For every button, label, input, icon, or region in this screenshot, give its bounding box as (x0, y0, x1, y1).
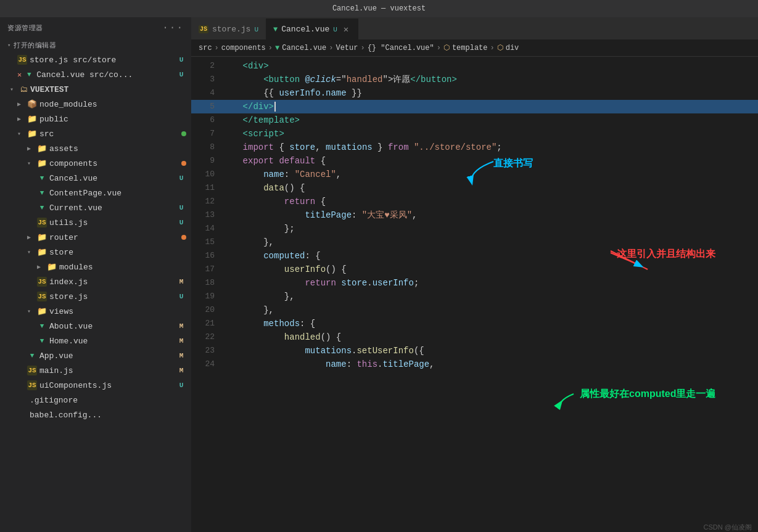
open-editors-title[interactable]: ▾ 打开的编辑器 (0, 38, 191, 52)
current-vue-name: Current.vue (49, 203, 174, 213)
tree-router[interactable]: ▶ 📁 router (0, 230, 191, 245)
tree-components[interactable]: ▾ 📁 components (0, 156, 191, 171)
code-line-8: 8 import { store, mutations } from "../s… (191, 141, 758, 154)
code-editor[interactable]: 2 <div> 3 <button @click="handled">许愿</b… (191, 57, 758, 532)
open-file-store-badge: U (176, 56, 186, 63)
index-js-icon: JS (37, 277, 47, 287)
code-line-21: 21 methods: { (191, 317, 758, 330)
tree-root[interactable]: ▾ 🗂 VUEXTEST (0, 82, 191, 97)
open-editors-section: ▾ 打开的编辑器 JS store.js src/store U ✕ ▼ Can… (0, 38, 191, 82)
tab-store[interactable]: JS store.js U (191, 18, 266, 39)
code-line-16: 16 computed: { (191, 249, 758, 263)
lc-9: export default { (222, 154, 758, 168)
code-line-14: 14 }; (191, 222, 758, 235)
tree-store-js[interactable]: JS store.js U (0, 289, 191, 304)
sidebar-header: 资源管理器 ··· (0, 17, 191, 38)
ln-23: 23 (191, 344, 222, 358)
cancel-vue-icon: ▼ (37, 173, 47, 183)
about-vue-badge: M (176, 322, 186, 330)
tree-store[interactable]: ▾ 📁 store (0, 245, 191, 260)
views-arrow: ▾ (27, 308, 35, 315)
cancel-vue-name: Cancel.vue (49, 174, 174, 183)
ln-3: 3 (191, 73, 222, 86)
tree-utils-js[interactable]: JS utils.js U (0, 215, 191, 230)
code-line-11: 11 data() { (191, 181, 758, 195)
current-vue-icon: ▼ (37, 203, 47, 213)
watermark: CSDN @仙凌阁 (704, 523, 752, 532)
lc-7: <script> (222, 127, 758, 141)
close-x-icon[interactable]: ✕ (17, 70, 22, 80)
sidebar-dots[interactable]: ··· (162, 22, 184, 33)
store-js-name: store.js (49, 292, 174, 301)
tree-gitignore[interactable]: .gitignore (0, 393, 191, 407)
tree-home-vue[interactable]: ▼ Home.vue M (0, 334, 191, 348)
assets-icon: 📁 (37, 144, 47, 153)
tree-node-modules[interactable]: ▶ 📦 node_modules (0, 97, 191, 112)
tree-babel[interactable]: babel.config... (0, 407, 191, 422)
open-file-cancel[interactable]: ✕ ▼ Cancel.vue src/co... U (0, 67, 191, 82)
ln-5: 5 (191, 100, 222, 113)
main-js-icon: JS (27, 366, 37, 375)
tree-index-js[interactable]: JS index.js M (0, 274, 191, 289)
tab-cancel-close[interactable]: ✕ (341, 24, 351, 35)
tree-modules[interactable]: ▶ 📁 modules (0, 260, 191, 274)
open-file-cancel-name: Cancel.vue src/co... (36, 70, 174, 80)
components-icon: 📁 (37, 158, 47, 168)
tree-app-vue[interactable]: ▼ App.vue M (0, 348, 191, 363)
components-name: components (49, 159, 179, 168)
ln-9: 9 (191, 154, 222, 168)
node-modules-name: node_modules (39, 100, 186, 109)
tree-src[interactable]: ▾ 📁 src (0, 126, 191, 141)
tree-public[interactable]: ▶ 📁 public (0, 112, 191, 126)
index-js-badge: M (176, 278, 186, 285)
tree-cancel-vue[interactable]: ▼ Cancel.vue U (0, 171, 191, 186)
ln-15: 15 (191, 235, 222, 249)
tree-assets[interactable]: ▶ 📁 assets (0, 141, 191, 156)
tab-cancel-name: Cancel.vue (281, 25, 329, 34)
tree-main-js[interactable]: JS main.js M (0, 363, 191, 378)
code-line-2: 2 <div> (191, 59, 758, 73)
app-vue-name: App.vue (39, 351, 174, 361)
src-name: src (39, 129, 179, 139)
components-arrow: ▾ (27, 160, 35, 167)
router-dot (181, 235, 186, 240)
lc-13: titlePage: "大宝♥采风", (222, 208, 758, 222)
lc-23: mutations.setUserInfo({ (222, 344, 758, 358)
ui-js-name: uiComponents.js (39, 381, 174, 390)
tree-views[interactable]: ▾ 📁 views (0, 304, 191, 319)
js-icon: JS (17, 55, 27, 65)
lc-16: computed: { (222, 249, 758, 263)
open-file-store[interactable]: JS store.js src/store U (0, 52, 191, 67)
lc-10: name: "Cancel", (222, 168, 758, 181)
ln-7: 7 (191, 127, 222, 141)
store-name: store (49, 248, 186, 257)
bc-components: components (221, 44, 266, 52)
src-arrow: ▾ (17, 130, 25, 137)
public-name: public (39, 115, 186, 124)
ln-14: 14 (191, 222, 222, 235)
tab-store-icon: JS (199, 25, 208, 33)
contentpage-name: ContentPage.vue (49, 189, 186, 198)
app-vue-badge: M (176, 352, 186, 359)
ln-12: 12 (191, 195, 222, 208)
open-file-cancel-badge: U (176, 71, 186, 78)
tab-store-name: store.js (212, 25, 250, 34)
ln-13: 13 (191, 208, 222, 222)
bc-sep1: › (215, 44, 219, 52)
tab-cancel[interactable]: ▼ Cancel.vue U ✕ (266, 18, 358, 39)
breadcrumb: src › components › ▼ Cancel.vue › Vetur … (191, 39, 758, 57)
modules-icon: 📁 (47, 262, 57, 272)
ln-10: 10 (191, 168, 222, 181)
tree-current-vue[interactable]: ▼ Current.vue U (0, 200, 191, 215)
vue-icon: ▼ (24, 70, 34, 80)
tree-about-vue[interactable]: ▼ About.vue M (0, 319, 191, 334)
tree-ui-components[interactable]: JS uiComponents.js U (0, 378, 191, 393)
bc-sep5: › (437, 44, 441, 52)
bc-obj: {} "Cancel.vue" (368, 44, 434, 52)
tree-contentpage[interactable]: ▼ ContentPage.vue (0, 186, 191, 200)
sidebar-title: 资源管理器 (7, 23, 43, 33)
modules-name: modules (59, 263, 186, 272)
ln-19: 19 (191, 290, 222, 303)
root-arrow: ▾ (10, 86, 17, 93)
store-js-icon: JS (37, 292, 47, 301)
